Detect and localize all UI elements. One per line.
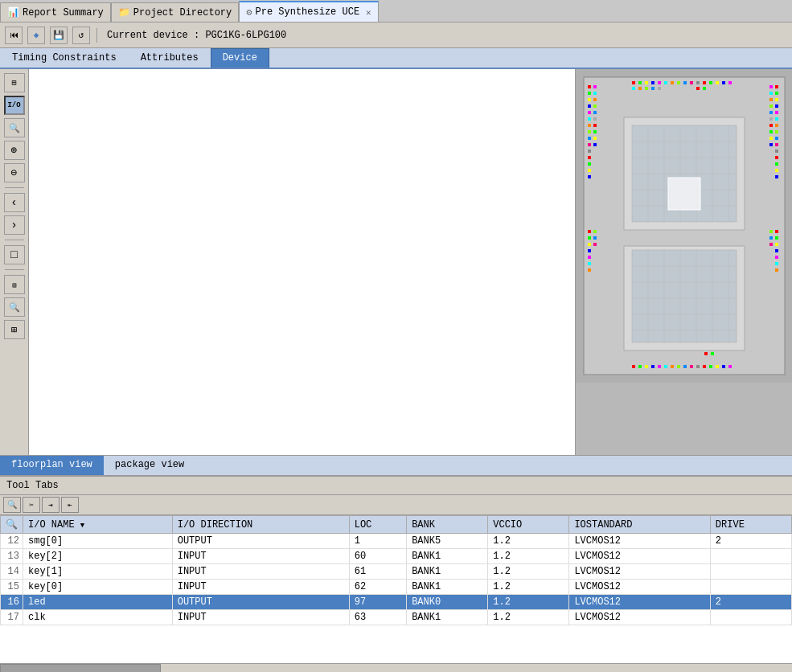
table-row[interactable]: 15 key[0] INPUT 62 BANK1 1.2 LVCMOS12 (1, 580, 792, 595)
toolbar-save-btn[interactable]: 💾 (50, 27, 68, 44)
col-vccio[interactable]: VCCIO (488, 516, 569, 534)
svg-rect-114 (593, 243, 597, 246)
main-toolbar: ⏮ ◆ 💾 ↺ Current device : PGC1KG-6LPG100 (0, 23, 792, 48)
label-btn[interactable]: ▤ (4, 275, 25, 294)
report-summary-icon: 📊 (7, 6, 19, 18)
table-row[interactable]: 13 key[2] INPUT 60 BANK1 1.2 LVCMOS12 (1, 549, 792, 564)
cell-iostandard: LVCMOS12 (569, 534, 710, 549)
grid-btn[interactable]: ⊞ (4, 320, 25, 339)
svg-rect-13 (588, 143, 591, 146)
svg-rect-127 (632, 250, 737, 342)
left-toolbar-sep-3 (5, 269, 24, 270)
row-number: 15 (1, 580, 23, 595)
svg-rect-45 (769, 92, 773, 95)
svg-rect-66 (645, 81, 648, 84)
table-row[interactable]: 12 smg[0] OUTPUT 1 BANK5 1.2 LVCMOS12 2 (1, 534, 792, 549)
sub-tab-attributes[interactable]: Attributes (129, 48, 211, 68)
svg-rect-7 (588, 104, 591, 108)
svg-rect-98 (703, 365, 706, 368)
col-iostandard[interactable]: IOSTANDARD (569, 516, 710, 534)
fit-btn[interactable]: ⊞ (4, 73, 25, 92)
col-bank[interactable]: BANK (407, 516, 488, 534)
sub-tab-bar: Timing Constraints Attributes Device (0, 48, 792, 69)
table-scrollbar[interactable] (0, 664, 792, 672)
svg-rect-31 (775, 98, 778, 101)
cell-direction: INPUT (172, 610, 349, 625)
device-view (575, 69, 792, 455)
svg-rect-75 (703, 81, 706, 84)
fp-tab-floorplan-view[interactable]: floorplan view (0, 456, 104, 475)
table-search-btn[interactable]: 🔍 (3, 497, 21, 513)
toolbar-diamond-btn[interactable]: ◆ (27, 27, 45, 44)
tab-report-summary[interactable]: 📊 Report Summary (0, 2, 111, 22)
svg-rect-92 (664, 365, 667, 368)
row-number: 16 (1, 595, 23, 610)
search-btn-1[interactable]: 🔍 (4, 118, 25, 137)
tab-project-directory[interactable]: 📁 Project Directory (111, 2, 239, 22)
svg-rect-27 (593, 137, 597, 140)
svg-rect-76 (709, 81, 712, 84)
io-btn[interactable]: I/O (4, 96, 25, 115)
svg-rect-74 (696, 81, 700, 84)
tab-close-button[interactable]: ✕ (366, 7, 371, 18)
arrow-left-btn[interactable]: ‹ (4, 193, 25, 212)
col-loc[interactable]: LOC (349, 516, 406, 534)
cell-bank: BANK1 (407, 549, 488, 564)
svg-rect-58 (775, 256, 778, 259)
arrow-left-icon: ‹ (10, 196, 17, 209)
col-io-direction[interactable]: I/O DIRECTION (172, 516, 349, 534)
cell-io-name: key[2] (23, 549, 173, 564)
col-search[interactable]: 🔍 (1, 516, 23, 534)
svg-rect-19 (593, 85, 597, 88)
svg-rect-6 (588, 98, 591, 101)
square-btn[interactable]: □ (4, 245, 25, 264)
toolbar-refresh-btn[interactable]: ↺ (72, 27, 90, 44)
table-row[interactable]: 14 key[1] INPUT 61 BANK1 1.2 LVCMOS12 (1, 564, 792, 580)
svg-rect-44 (769, 85, 773, 88)
zoom-in-btn[interactable]: ⊕ (4, 141, 25, 160)
col-drive[interactable]: DRIVE (710, 516, 791, 534)
cell-vccio: 1.2 (488, 595, 569, 610)
table-row[interactable]: 16 led OUTPUT 97 BANK0 1.2 LVCMOS12 2 (1, 595, 792, 610)
canvas-area[interactable] (29, 69, 575, 455)
arrow-right-btn[interactable]: › (4, 215, 25, 235)
fp-tab-package-view[interactable]: package view (104, 456, 195, 475)
device-label: Current device : PGC1KG-6LPG100 (107, 30, 286, 41)
search-btn-2[interactable]: 🔍 (4, 297, 25, 317)
cell-loc: 63 (349, 610, 406, 625)
col-io-name[interactable]: I/O NAME ▼ (23, 516, 173, 534)
diamond-icon: ◆ (34, 30, 39, 40)
sub-tab-timing-constraints[interactable]: Timing Constraints (0, 48, 129, 68)
table-search-icon: 🔍 (7, 500, 17, 510)
svg-rect-40 (775, 156, 778, 159)
cell-iostandard: LVCMOS12 (569, 564, 710, 580)
table-paste-icon: ⇤ (68, 501, 72, 510)
row-number: 14 (1, 564, 23, 580)
svg-rect-99 (709, 365, 712, 368)
svg-rect-28 (593, 143, 597, 146)
table-paste-btn[interactable]: ⇤ (61, 497, 79, 513)
svg-rect-95 (683, 365, 687, 368)
sub-tab-device[interactable]: Device (211, 48, 269, 68)
table-row[interactable]: 17 clk INPUT 63 BANK1 1.2 LVCMOS12 (1, 610, 792, 625)
io-table-container[interactable]: 🔍 I/O NAME ▼ I/O DIRECTION LOC BANK (0, 515, 792, 664)
row-number: 12 (1, 534, 23, 549)
svg-rect-78 (722, 81, 725, 84)
svg-rect-111 (588, 268, 591, 272)
tab-pre-synthesize-label: Pre Synthesize UCE (255, 6, 359, 18)
svg-rect-109 (588, 256, 591, 259)
svg-rect-72 (683, 81, 687, 84)
svg-rect-30 (775, 92, 778, 95)
fit-icon: ⊞ (11, 78, 16, 88)
toolbar-first-btn[interactable]: ⏮ (5, 27, 23, 44)
zoom-out-btn[interactable]: ⊖ (4, 163, 25, 182)
table-copy-btn[interactable]: ⇥ (42, 497, 60, 513)
scroll-thumb[interactable] (0, 664, 161, 672)
square-icon: □ (10, 248, 17, 261)
tab-pre-synthesize-uce[interactable]: ⚙ Pre Synthesize UCE ✕ (239, 1, 378, 22)
svg-rect-21 (593, 98, 597, 101)
svg-rect-42 (775, 169, 778, 172)
table-cut-btn[interactable]: ✂ (23, 497, 40, 513)
label-icon: ▤ (13, 281, 16, 289)
cell-direction: INPUT (172, 580, 349, 595)
